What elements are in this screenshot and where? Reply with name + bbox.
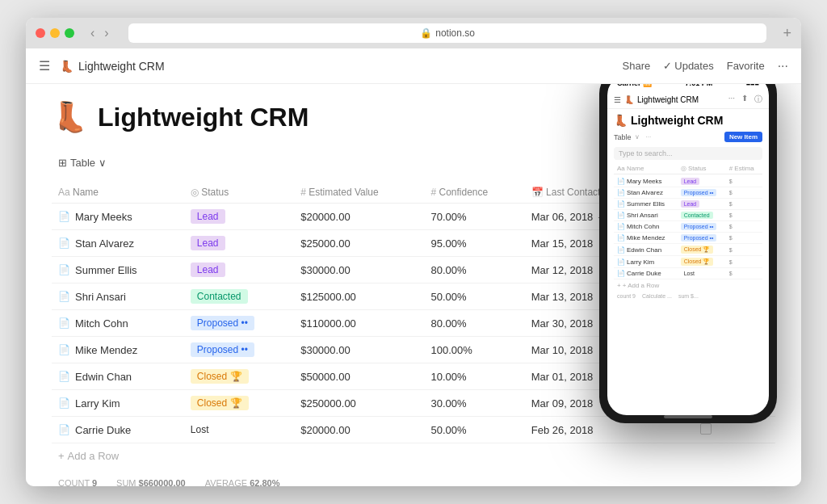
phone-status-badge: Closed 🏆 bbox=[681, 246, 714, 254]
table-view-button[interactable]: ⊞ Table ∨ bbox=[52, 153, 113, 172]
status-cell: Contacted bbox=[184, 284, 294, 310]
phone-list-item[interactable]: 📄 Stan Alvarez Proposed •• $ bbox=[614, 187, 762, 199]
phone-status-bar: Carrier 📶 7:01 PM ■■■ bbox=[607, 84, 769, 90]
contact-name: Mike Mendez bbox=[75, 344, 137, 356]
phone-menu-icon[interactable]: ☰ bbox=[614, 95, 621, 104]
row-icon: 📄 bbox=[58, 291, 70, 302]
phone-info-icon[interactable]: ⓘ bbox=[754, 94, 762, 105]
phone-emoji: 👢 bbox=[614, 114, 628, 127]
phone-est-cell: $ bbox=[729, 201, 759, 207]
status-badge: Lost bbox=[191, 422, 209, 437]
status-cell: Proposed •• bbox=[184, 310, 294, 337]
menu-icon[interactable]: ☰ bbox=[39, 58, 50, 74]
phone-list-item[interactable]: 📄 Mitch Cohn Proposed •• $ bbox=[614, 221, 762, 233]
phone-list-item[interactable]: 📄 Shri Ansari Contacted $ bbox=[614, 210, 762, 221]
new-tab-button[interactable]: + bbox=[783, 25, 791, 42]
share-button[interactable]: Share bbox=[623, 60, 651, 72]
phone-contact-name: 📄 Mike Mendez bbox=[617, 234, 678, 242]
name-cell: 📄 Summer Ellis bbox=[52, 257, 184, 284]
phone-est-cell: $ bbox=[729, 247, 759, 253]
phone-home-indicator[interactable] bbox=[664, 415, 712, 418]
value-cell: $20000.00 bbox=[294, 204, 424, 230]
page-breadcrumb: 👢 Lightweight CRM bbox=[60, 60, 165, 73]
minimize-button[interactable] bbox=[50, 28, 60, 38]
phone-contact-name: 📄 Carrie Duke bbox=[617, 270, 678, 277]
row-icon: 📄 bbox=[58, 317, 70, 329]
phone-more-db[interactable]: ··· bbox=[646, 133, 652, 141]
phone-list-item[interactable]: 📄 Larry Kim Closed 🏆 $ bbox=[614, 256, 762, 268]
phone-db-toolbar: Table ∨ ··· New Item bbox=[614, 132, 762, 142]
phone-footer: count 9 Calculate ... sum $... bbox=[614, 292, 762, 300]
phone-add-row[interactable]: + + Add a Row bbox=[614, 279, 762, 292]
value-cell: $20000.00 bbox=[294, 417, 424, 443]
phone-status-badge: Contacted bbox=[681, 212, 713, 219]
phone-list-item[interactable]: 📄 Mike Mendez Proposed •• $ bbox=[614, 233, 762, 244]
phone-more-icon[interactable]: ··· bbox=[728, 94, 735, 105]
phone-status-cell: Proposed •• bbox=[681, 223, 726, 230]
phone-list-item[interactable]: 📄 Mary Meeks Lead $ bbox=[614, 176, 762, 187]
row-icon: 📄 bbox=[58, 264, 70, 275]
phone-contact-name: 📄 Summer Ellis bbox=[617, 200, 678, 208]
phone-new-item-button[interactable]: New Item bbox=[724, 132, 762, 142]
phone-page-title: 👢 Lightweight CRM bbox=[614, 114, 762, 127]
phone-content: 👢 Lightweight CRM Table ∨ ··· New Item T… bbox=[607, 109, 769, 415]
notion-app: ☰ 👢 Lightweight CRM Share ✓ Updates Favo… bbox=[26, 48, 801, 486]
value-cell: $110000.00 bbox=[294, 310, 424, 337]
page-emoji: 👢 bbox=[52, 100, 88, 134]
more-options-icon[interactable]: ··· bbox=[778, 59, 788, 74]
status-badge: Contacted bbox=[191, 289, 248, 304]
back-button[interactable]: ‹ bbox=[87, 26, 98, 40]
phone-battery: ■■■ bbox=[746, 84, 759, 87]
name-cell: 📄 Carrie Duke bbox=[52, 417, 184, 443]
browser-titlebar: ‹ › 🔒 notion.so + bbox=[26, 18, 801, 48]
contact-name: Shri Ansari bbox=[75, 291, 126, 303]
updates-label: Updates bbox=[674, 60, 713, 72]
close-button[interactable] bbox=[36, 28, 45, 38]
favorite-button[interactable]: Favorite bbox=[727, 60, 765, 72]
phone-overlay: Carrier 📶 7:01 PM ■■■ ☰ 👢 Lightweight CR… bbox=[599, 84, 801, 486]
col-header-status: ◎ Status bbox=[184, 182, 294, 204]
page-title-small-text: Lightweight CRM bbox=[78, 60, 165, 73]
value-cell: $30000.00 bbox=[294, 337, 424, 363]
forward-button[interactable]: › bbox=[101, 26, 111, 40]
nav-buttons: ‹ › bbox=[87, 26, 112, 40]
name-cell: 📄 Mitch Cohn bbox=[52, 310, 184, 337]
phone-status-cell: Lead bbox=[681, 200, 726, 208]
phone-status-cell: Closed 🏆 bbox=[681, 246, 726, 254]
status-cell: Lead bbox=[184, 204, 294, 230]
confidence-cell: 95.00% bbox=[424, 230, 524, 257]
row-icon: 📄 bbox=[58, 237, 70, 249]
phone-status-badge: Lead bbox=[681, 178, 700, 185]
phone-contact-name: 📄 Shri Ansari bbox=[617, 212, 678, 219]
phone-list-item[interactable]: 📄 Carrie Duke Lost $ bbox=[614, 268, 762, 279]
phone-row-icon: 📄 bbox=[617, 234, 625, 242]
maximize-button[interactable] bbox=[65, 28, 74, 38]
phone-contact-name: 📄 Stan Alvarez bbox=[617, 189, 678, 196]
phone-row-icon: 📄 bbox=[617, 200, 625, 208]
phone-shell: Carrier 📶 7:01 PM ■■■ ☰ 👢 Lightweight CR… bbox=[599, 84, 777, 423]
phone-count: count 9 bbox=[617, 293, 636, 299]
phone-row-icon: 📄 bbox=[617, 212, 625, 219]
phone-carrier: Carrier 📶 bbox=[617, 84, 652, 87]
col-header-confidence: # Confidence bbox=[424, 182, 524, 204]
url-text: notion.so bbox=[435, 27, 475, 39]
contact-name: Summer Ellis bbox=[75, 264, 137, 276]
confidence-cell: 80.00% bbox=[424, 310, 524, 337]
phone-topbar-actions: ··· ⬆ ⓘ bbox=[728, 94, 762, 105]
phone-contact-name: 📄 Edwin Chan bbox=[617, 246, 678, 254]
phone-list-item[interactable]: 📄 Edwin Chan Closed 🏆 $ bbox=[614, 244, 762, 256]
name-cell: 📄 Mike Mendez bbox=[52, 337, 184, 363]
col-header-name: Aa Name bbox=[52, 182, 184, 204]
status-cell: Closed 🏆 bbox=[184, 390, 294, 417]
phone-row-icon: 📄 bbox=[617, 189, 625, 196]
address-bar[interactable]: 🔒 notion.so bbox=[128, 23, 767, 43]
phone-share-icon[interactable]: ⬆ bbox=[741, 94, 748, 105]
phone-search-bar[interactable]: Type to search... bbox=[614, 147, 762, 160]
phone-status-cell: Contacted bbox=[681, 212, 726, 219]
traffic-lights bbox=[36, 28, 74, 38]
row-icon: 📄 bbox=[58, 424, 70, 435]
phone-list-item[interactable]: 📄 Summer Ellis Lead $ bbox=[614, 199, 762, 210]
confidence-cell: 50.00% bbox=[424, 417, 524, 443]
phone-status-badge: Proposed •• bbox=[681, 189, 717, 196]
updates-button[interactable]: ✓ Updates bbox=[663, 60, 713, 72]
